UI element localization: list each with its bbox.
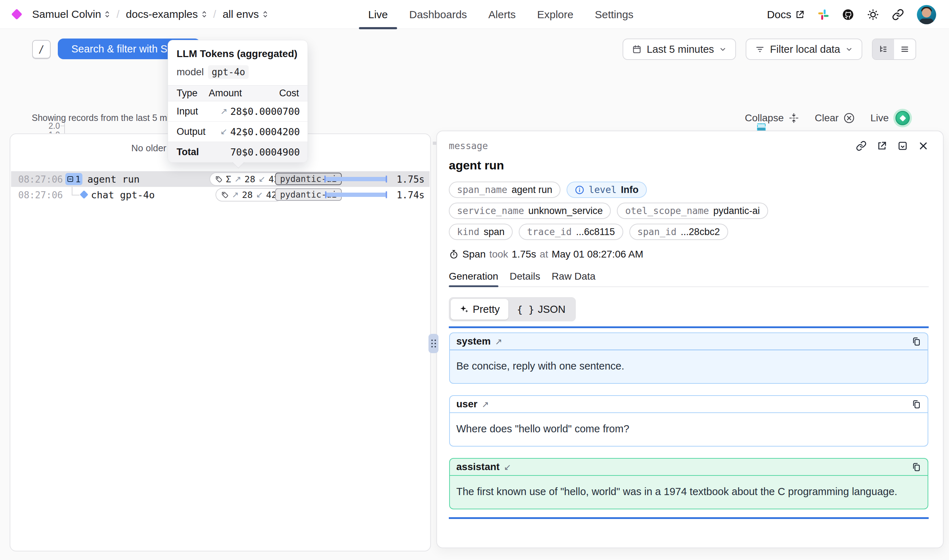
chevron-down-icon [719,45,727,53]
tab-generation[interactable]: Generation [449,271,498,286]
attr-service-name[interactable]: service_nameunknown_service [449,203,611,219]
breadcrumb-separator: / [116,8,119,20]
breadcrumb: Samuel Colvin / docs-examples / all envs [13,8,268,20]
span-datetime: May 01 08:27:06 AM [552,249,643,260]
status-row: Showing records from the last 5 minutes … [0,111,949,126]
dock-bottom-icon [897,140,908,151]
github-button[interactable] [842,9,854,21]
outgoing-arrow-icon: ↗ [481,400,489,409]
showing-records-text: Showing records from the last 5 minutes [32,113,191,123]
tab-dashboards[interactable]: Dashboards [409,0,467,29]
duration-bar [325,192,387,197]
token-usage-pill: Σ ↗28 ↙42 [209,172,285,186]
breadcrumb-project[interactable]: docs-examples [126,8,207,20]
time-range-dropdown[interactable]: Last 5 minutes [623,38,736,60]
trace-row-agent-run[interactable]: 08:27:06 1 agent run Σ ↗28 ↙42 pydantic-… [11,171,429,187]
trace-row-chat-gpt4o[interactable]: 08:27:06 chat gpt-4o ↗28 ↙42 pydantic-ai… [11,187,429,203]
message-card-user: user↗ Where does "hello world" come from… [449,395,928,446]
tab-explore[interactable]: Explore [537,0,574,29]
detail-tabs: Generation Details Raw Data [449,271,929,287]
attr-kind[interactable]: kindspan [449,224,513,240]
list-view-icon [900,45,909,54]
message-text: Be concise, reply with one sentence. [450,350,927,383]
copy-message-button[interactable] [912,462,921,472]
detail-panel-header: message [449,140,929,151]
clear-button[interactable]: Clear [815,112,855,124]
span-diamond-icon [80,190,88,198]
chevron-down-icon [845,45,853,53]
model-value: gpt-4o [208,65,249,79]
message-text: Where does "hello world" come from? [450,413,927,446]
copy-link-button[interactable] [856,140,867,151]
breadcrumb-separator: / [213,8,216,20]
span-detail-panel: message agent run span_namea [436,131,944,548]
tab-live[interactable]: Live [368,0,388,29]
close-icon [918,140,929,151]
user-avatar[interactable] [917,5,936,24]
dock-panel-button[interactable] [897,140,908,151]
attr-trace-id[interactable]: trace_id...6c8115 [519,224,623,240]
outgoing-arrow-icon: ↗ [495,337,502,347]
tokens-table: Type Amount Cost Input ↗28 $0.0000700 Ou… [168,85,308,162]
avatar-face [922,8,931,17]
span-duration: 1.75s [512,249,536,260]
tag-icon [215,175,223,183]
share-link-button[interactable] [892,9,904,21]
output-arrow-icon: ↙ [256,190,263,200]
theme-toggle-button[interactable] [867,9,879,21]
tab-details[interactable]: Details [510,271,540,286]
docs-label: Docs [767,9,791,21]
list-view-button[interactable] [894,39,915,59]
tree-connector [72,187,72,195]
attr-span-id[interactable]: span_id...28cbc2 [629,224,728,240]
live-label: Live [871,112,889,124]
span-name: chat gpt-4o [91,189,155,200]
tree-view-button[interactable] [873,39,894,59]
sparkles-icon [459,304,469,314]
pretty-toggle[interactable]: Pretty [451,299,508,320]
collapse-box-icon [67,176,74,182]
collapse-children-badge[interactable]: 1 [65,173,82,185]
tag-icon [221,191,229,198]
collapse-button[interactable]: Collapse [745,112,799,124]
docs-link[interactable]: Docs [767,9,805,21]
duration-text: 1.74s [397,190,425,200]
close-panel-button[interactable] [918,140,929,151]
detail-panel-actions [856,140,929,151]
tooltip-title: LLM Tokens (aggregated) [168,48,308,60]
breadcrumb-env[interactable]: all envs [223,8,268,20]
messages-scroll-area[interactable]: system↗ Be concise, reply with one sente… [449,326,929,519]
filter-local-label: Filter local data [770,43,840,55]
message-card-system: system↗ Be concise, reply with one sente… [449,332,928,384]
tab-alerts[interactable]: Alerts [488,0,516,29]
input-arrow-icon: ↗ [232,190,239,200]
json-toggle[interactable]: { } JSON [508,299,574,320]
copy-icon [912,400,921,409]
open-in-new-button[interactable] [877,140,887,151]
sun-icon [867,9,879,21]
copy-message-button[interactable] [912,400,921,409]
topbar: Samuel Colvin / docs-examples / all envs… [0,0,949,29]
time-range-label: Last 5 minutes [647,43,714,55]
top-actions: Docs [767,0,936,29]
live-indicator-icon [895,111,910,125]
attr-level[interactable]: levelInfo [566,182,647,198]
collapse-icon [789,113,799,123]
input-arrow-icon: ↗ [220,106,227,116]
copy-message-button[interactable] [912,337,921,346]
live-button[interactable] [894,109,912,127]
sort-chevrons-icon [201,10,207,18]
sigma-icon: Σ [226,174,231,185]
attr-otel-scope-name[interactable]: otel_scope_namepydantic-ai [617,203,768,219]
render-mode-toggle: Pretty { } JSON [449,297,576,322]
tab-raw-data[interactable]: Raw Data [552,271,595,286]
no-older-text: No older [131,143,166,154]
braces-icon: { } [517,304,534,315]
slack-button[interactable] [818,9,829,20]
attr-span-name[interactable]: span_nameagent run [449,182,560,198]
tab-settings[interactable]: Settings [595,0,633,29]
breadcrumb-org[interactable]: Samuel Colvin [32,8,110,20]
panel-resize-grip[interactable] [429,334,438,353]
filter-local-dropdown[interactable]: Filter local data [746,38,862,60]
y-axis-tick [61,126,64,126]
